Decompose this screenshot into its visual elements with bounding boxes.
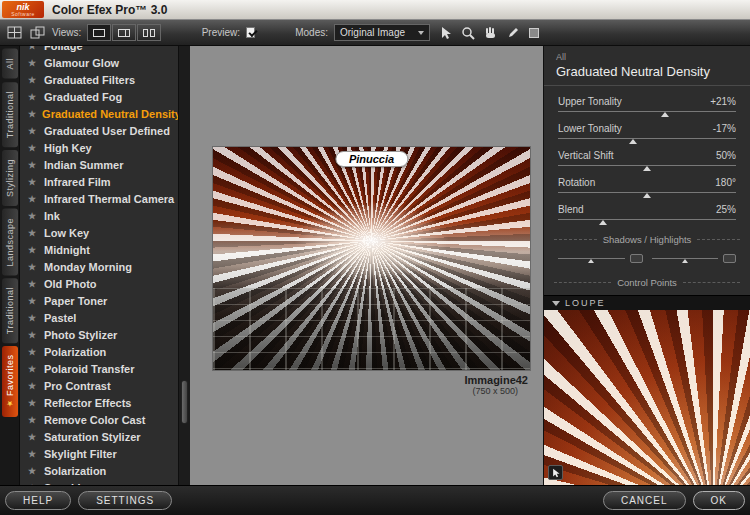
slider-marker[interactable] bbox=[682, 259, 688, 263]
slider-track[interactable] bbox=[558, 138, 736, 139]
filter-list-scrollbar[interactable] bbox=[178, 46, 190, 485]
shadows-value-box[interactable] bbox=[630, 254, 643, 263]
split-view-button[interactable] bbox=[112, 24, 136, 41]
slider-marker[interactable] bbox=[599, 220, 607, 225]
ok-button[interactable]: OK bbox=[693, 491, 745, 510]
highlights-value-box[interactable] bbox=[723, 254, 736, 263]
filter-item[interactable]: ★High Key bbox=[21, 139, 178, 156]
loupe-cursor-tool[interactable] bbox=[548, 465, 563, 480]
slider-vertical-shift[interactable]: Vertical Shift50% bbox=[558, 150, 736, 166]
favorite-star-icon[interactable]: ★ bbox=[28, 330, 38, 340]
slider-track[interactable] bbox=[558, 111, 736, 112]
filter-item[interactable]: ★Low Key bbox=[21, 224, 178, 241]
filter-item[interactable]: ★Paper Toner bbox=[21, 292, 178, 309]
favorite-star-icon[interactable]: ★ bbox=[28, 126, 38, 136]
slider-blend[interactable]: Blend25% bbox=[558, 204, 736, 220]
shadows-slider[interactable] bbox=[558, 254, 643, 263]
filter-item[interactable]: ★Infrared Thermal Camera bbox=[21, 190, 178, 207]
help-button[interactable]: HELP bbox=[5, 491, 71, 510]
favorite-star-icon[interactable]: ★ bbox=[28, 296, 38, 306]
background-color-button[interactable] bbox=[524, 24, 544, 41]
slider-marker[interactable] bbox=[588, 259, 594, 263]
filter-item[interactable]: ★Indian Summer bbox=[21, 156, 178, 173]
filter-item[interactable]: ★Graduated Neutral Density bbox=[21, 105, 178, 122]
slider-marker[interactable] bbox=[629, 139, 637, 144]
favorite-star-icon[interactable]: ★ bbox=[28, 449, 38, 459]
slider-marker[interactable] bbox=[643, 193, 651, 198]
favorite-star-icon[interactable]: ★ bbox=[28, 109, 36, 119]
filter-item[interactable]: ★Polaroid Transfer bbox=[21, 360, 178, 377]
sidebar-tab-stylizing[interactable]: Stylizing bbox=[2, 150, 18, 206]
favorite-star-icon[interactable]: ★ bbox=[28, 75, 38, 85]
filter-item[interactable]: ★Remove Color Cast bbox=[21, 411, 178, 428]
slider-rotation[interactable]: Rotation180° bbox=[558, 177, 736, 193]
filter-item[interactable]: ★Skylight Filter bbox=[21, 445, 178, 462]
favorite-star-icon[interactable]: ★ bbox=[28, 415, 38, 425]
slider-track[interactable] bbox=[558, 192, 736, 193]
favorite-star-icon[interactable]: ★ bbox=[28, 46, 38, 51]
loupe-preview[interactable] bbox=[544, 310, 750, 485]
favorite-star-icon[interactable]: ★ bbox=[28, 177, 38, 187]
zoom-tool-button[interactable] bbox=[458, 24, 478, 41]
filter-item[interactable]: ★Solarization bbox=[21, 462, 178, 479]
filter-item[interactable]: ★Polarization bbox=[21, 343, 178, 360]
favorite-star-icon[interactable]: ★ bbox=[28, 160, 38, 170]
filter-item[interactable]: ★Graduated Fog bbox=[21, 88, 178, 105]
panel-layout-button[interactable] bbox=[6, 24, 23, 41]
preview-image[interactable]: Pinuccia bbox=[213, 147, 530, 370]
filter-item[interactable]: ★Old Photo bbox=[21, 275, 178, 292]
slider-lower-tonality[interactable]: Lower Tonality-17% bbox=[558, 123, 736, 139]
favorite-star-icon[interactable]: ★ bbox=[28, 381, 38, 391]
favorite-star-icon[interactable]: ★ bbox=[28, 211, 38, 221]
favorite-star-icon[interactable]: ★ bbox=[28, 347, 38, 357]
favorite-star-icon[interactable]: ★ bbox=[28, 194, 38, 204]
sidebar-tab-traditional[interactable]: Traditional bbox=[2, 278, 18, 343]
shadows-highlights-header[interactable]: Shadows / Highlights bbox=[554, 234, 740, 245]
loupe-header[interactable]: LOUPE bbox=[544, 295, 750, 310]
control-points-header[interactable]: Control Points bbox=[554, 277, 740, 288]
sidebar-tab-landscape[interactable]: Landscape bbox=[2, 209, 18, 276]
filter-item[interactable]: ★Pastel bbox=[21, 309, 178, 326]
slider-marker[interactable] bbox=[643, 166, 651, 171]
favorite-star-icon[interactable]: ★ bbox=[28, 92, 38, 102]
filter-item[interactable]: ★Infrared Film bbox=[21, 173, 178, 190]
preview-checkbox[interactable] bbox=[246, 27, 255, 38]
filter-item[interactable]: ★Glamour Glow bbox=[21, 54, 178, 71]
sidebar-tab-all[interactable]: All bbox=[2, 49, 18, 79]
cancel-button[interactable]: CANCEL bbox=[603, 491, 686, 510]
sidebar-tab-traditional[interactable]: Traditional bbox=[2, 82, 18, 147]
slider-marker[interactable] bbox=[661, 112, 669, 117]
filter-item[interactable]: ★Foliage bbox=[21, 46, 178, 54]
slider-upper-tonality[interactable]: Upper Tonality+21% bbox=[558, 96, 736, 112]
filter-item[interactable]: ★Saturation Stylizer bbox=[21, 428, 178, 445]
favorite-star-icon[interactable]: ★ bbox=[28, 143, 38, 153]
favorite-star-icon[interactable]: ★ bbox=[28, 432, 38, 442]
favorite-star-icon[interactable]: ★ bbox=[28, 262, 38, 272]
panel-toggle-button[interactable] bbox=[29, 24, 46, 41]
single-view-button[interactable] bbox=[87, 24, 111, 41]
filter-item[interactable]: ★Photo Stylizer bbox=[21, 326, 178, 343]
side-by-side-view-button[interactable] bbox=[137, 24, 161, 41]
filter-item[interactable]: ★Ink bbox=[21, 207, 178, 224]
slider-track[interactable] bbox=[558, 165, 736, 166]
favorite-star-icon[interactable]: ★ bbox=[28, 245, 38, 255]
settings-button[interactable]: SETTINGS bbox=[78, 491, 172, 510]
cursor-tool-button[interactable] bbox=[436, 24, 456, 41]
favorite-star-icon[interactable]: ★ bbox=[28, 58, 38, 68]
filter-item[interactable]: ★Graduated Filters bbox=[21, 71, 178, 88]
eyedropper-tool-button[interactable] bbox=[502, 24, 522, 41]
favorite-star-icon[interactable]: ★ bbox=[28, 228, 38, 238]
highlights-slider[interactable] bbox=[652, 254, 737, 263]
filter-item[interactable]: ★Reflector Effects bbox=[21, 394, 178, 411]
filter-item[interactable]: ★Midnight bbox=[21, 241, 178, 258]
filter-item[interactable]: ★Monday Morning bbox=[21, 258, 178, 275]
favorite-star-icon[interactable]: ★ bbox=[28, 313, 38, 323]
pan-tool-button[interactable] bbox=[480, 24, 500, 41]
sidebar-tab-favorites[interactable]: ★Favorites bbox=[2, 346, 18, 417]
favorite-star-icon[interactable]: ★ bbox=[28, 364, 38, 374]
filter-item[interactable]: ★Pro Contrast bbox=[21, 377, 178, 394]
scrollbar-thumb[interactable] bbox=[181, 380, 188, 424]
favorite-star-icon[interactable]: ★ bbox=[28, 279, 38, 289]
favorite-star-icon[interactable]: ★ bbox=[28, 398, 38, 408]
filter-item[interactable]: ★Graduated User Defined bbox=[21, 122, 178, 139]
